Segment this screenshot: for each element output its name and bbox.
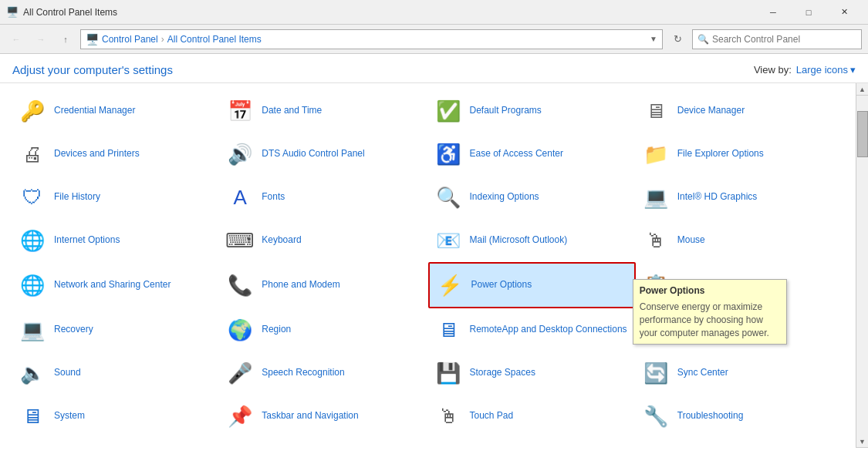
cp-item-recovery[interactable]: 💻Recovery (12, 308, 220, 351)
work-folders-icon: 📁 (640, 444, 671, 448)
search-box[interactable]: 🔍 (692, 29, 862, 49)
breadcrumb-sep1: › (161, 34, 164, 45)
cp-item-dts-audio[interactable]: 🔊DTS Audio Control Panel (220, 133, 427, 176)
remoteapp-label: RemoteApp and Desktop Connections (470, 324, 627, 336)
minimize-button[interactable]: ─ (755, 0, 791, 25)
page-title: Adjust your computer's settings (12, 63, 173, 76)
sync-center-icon: 🔄 (640, 358, 671, 388)
view-by-value[interactable]: Large icons ▾ (796, 64, 856, 76)
cp-item-ease-access[interactable]: ♿Ease of Access Center (428, 133, 636, 176)
cp-item-sync-center[interactable]: 🔄Sync Center (636, 351, 843, 395)
credential-manager-icon: 🔑 (17, 96, 48, 126)
cp-item-system[interactable]: 🖥System (12, 395, 220, 438)
cp-item-fonts[interactable]: AFonts (220, 176, 427, 219)
cp-item-keyboard[interactable]: ⌨Keyboard (220, 219, 427, 262)
cp-item-touchpad[interactable]: 🖱Touch Pad (428, 395, 636, 438)
touchpad-label: Touch Pad (470, 410, 514, 422)
cp-item-phone-modem[interactable]: 📞Phone and Modem (220, 262, 427, 308)
system-label: System (54, 410, 85, 422)
address-box[interactable]: 🖥️ Control Panel › All Control Panel Ite… (80, 29, 663, 49)
scrollbar-thumb[interactable] (857, 111, 868, 157)
internet-options-icon: 🌐 (17, 225, 48, 256)
address-icon: 🖥️ (86, 33, 99, 45)
keyboard-label: Keyboard (262, 234, 301, 247)
title-bar-left: 🖥️ All Control Panel Items (6, 6, 117, 18)
ease-access-icon: ♿ (433, 139, 464, 170)
cp-item-devices-printers[interactable]: 🖨Devices and Printers (12, 133, 220, 176)
cp-item-date-time[interactable]: 📅Date and Time (220, 89, 427, 133)
sound-icon: 🔈 (17, 358, 48, 388)
view-by-label: View by: (754, 64, 792, 76)
scroll-down-arrow[interactable]: ▼ (856, 436, 869, 448)
cp-item-network-sharing[interactable]: 🌐Network and Sharing Center (12, 262, 220, 308)
power-options-tooltip: Power OptionsConserve energy or maximize… (633, 279, 787, 345)
cp-item-region[interactable]: 🌍Region (220, 308, 427, 351)
title-bar-controls: ─ □ ✕ (755, 0, 862, 25)
region-label: Region (262, 324, 291, 336)
date-time-icon: 📅 (225, 96, 255, 126)
cp-item-sound[interactable]: 🔈Sound (12, 351, 220, 395)
back-button[interactable]: ← (6, 29, 26, 49)
recovery-label: Recovery (54, 324, 93, 336)
cp-item-mail[interactable]: 📧Mail (Microsoft Outlook) (428, 219, 636, 262)
up-button[interactable]: ↑ (56, 29, 76, 49)
power-options-label: Power Options (471, 279, 532, 291)
default-programs-icon: ✅ (433, 96, 464, 126)
title-bar: 🖥️ All Control Panel Items ─ □ ✕ (0, 0, 868, 25)
device-manager-label: Device Manager (677, 105, 745, 117)
troubleshooting-icon: 🔧 (640, 401, 671, 432)
taskbar-navigation-label: Taskbar and Navigation (262, 410, 358, 422)
indexing-options-icon: 🔍 (433, 182, 464, 213)
scroll-up-arrow[interactable]: ▲ (856, 83, 869, 96)
content-area: 🔑Credential Manager📅Date and Time✅Defaul… (0, 83, 868, 448)
cp-item-file-explorer[interactable]: 📁File Explorer Options (636, 133, 843, 176)
dts-audio-label: DTS Audio Control Panel (262, 148, 364, 160)
restore-button[interactable]: □ (791, 0, 826, 25)
cp-item-speech-recognition[interactable]: 🎤Speech Recognition (220, 351, 427, 395)
speech-recognition-icon: 🎤 (225, 358, 255, 388)
cp-item-windows-mobility[interactable]: 💻Windows Mobility Center (428, 438, 636, 448)
items-grid: 🔑Credential Manager📅Date and Time✅Defaul… (0, 83, 856, 448)
internet-options-label: Internet Options (54, 234, 120, 247)
cp-item-device-manager[interactable]: 🖥Device Manager (636, 89, 843, 133)
app-icon: 🖥️ (6, 6, 19, 18)
cp-item-internet-options[interactable]: 🌐Internet Options (12, 219, 220, 262)
window-title: All Control Panel Items (23, 7, 117, 18)
cp-item-remoteapp[interactable]: 🖥RemoteApp and Desktop Connections (428, 308, 636, 351)
fonts-label: Fonts (262, 191, 285, 203)
cp-item-credential-manager[interactable]: 🔑Credential Manager (12, 89, 220, 133)
mouse-icon: 🖱 (640, 225, 671, 256)
main-header: Adjust your computer's settings View by:… (0, 54, 868, 83)
cp-item-file-history[interactable]: 🛡File History (12, 176, 220, 219)
region-icon: 🌍 (225, 314, 255, 345)
cp-item-indexing-options[interactable]: 🔍Indexing Options (428, 176, 636, 219)
cp-item-intel-graphics[interactable]: 💻Intel® HD Graphics (636, 176, 843, 219)
sound-label: Sound (54, 367, 81, 379)
file-history-icon: 🛡 (17, 182, 48, 213)
breadcrumb-all-items[interactable]: All Control Panel Items (167, 34, 262, 45)
cp-item-work-folders[interactable]: 📁Work Folders (636, 438, 843, 448)
network-sharing-icon: 🌐 (17, 270, 48, 301)
cp-item-windows-defender[interactable]: 🛡Windows Defender Firewall (220, 438, 427, 448)
mail-label: Mail (Microsoft Outlook) (470, 234, 568, 247)
ease-access-label: Ease of Access Center (470, 148, 563, 160)
windows-defender-icon: 🛡 (225, 444, 255, 448)
mail-icon: 📧 (433, 225, 464, 256)
refresh-button[interactable]: ↻ (667, 29, 687, 49)
cp-item-storage-spaces[interactable]: 💾Storage Spaces (428, 351, 636, 395)
cp-item-mouse[interactable]: 🖱Mouse (636, 219, 843, 262)
cp-item-taskbar-navigation[interactable]: 📌Taskbar and Navigation (220, 395, 427, 438)
forward-button[interactable]: → (31, 29, 51, 49)
cp-item-troubleshooting[interactable]: 🔧Troubleshooting (636, 395, 843, 438)
breadcrumb-control-panel[interactable]: Control Panel (102, 34, 158, 45)
cp-item-default-programs[interactable]: ✅Default Programs (428, 89, 636, 133)
cp-item-power-options[interactable]: ⚡Power OptionsPower OptionsConserve ener… (428, 262, 636, 308)
cp-item-user-accounts[interactable]: 👤User Accounts (12, 438, 220, 448)
fonts-icon: A (225, 182, 255, 213)
close-button[interactable]: ✕ (826, 0, 862, 25)
search-input[interactable] (712, 34, 856, 45)
dts-audio-icon: 🔊 (225, 139, 255, 170)
indexing-options-label: Indexing Options (470, 191, 539, 203)
address-dropdown-button[interactable]: ▼ (650, 35, 657, 43)
tooltip-text: Conserve energy or maximize performance … (640, 301, 780, 339)
